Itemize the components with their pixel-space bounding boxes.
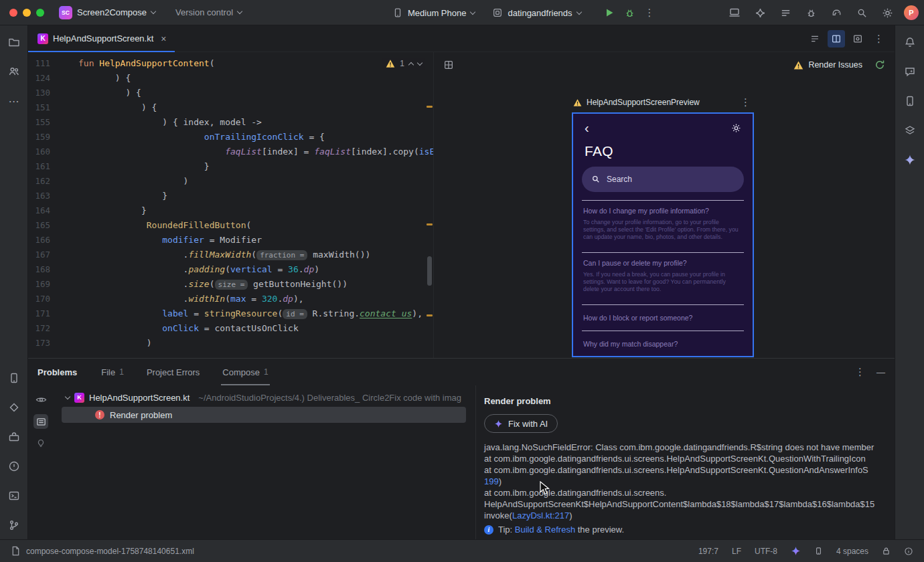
zoom-window-button[interactable] (36, 9, 44, 17)
project-tool-icon[interactable] (5, 33, 23, 51)
line-number[interactable]: 169 (28, 277, 50, 292)
show-details-icon[interactable] (33, 414, 48, 429)
project-widget[interactable]: SC Screen2Compose (59, 6, 155, 19)
problem-file-row[interactable]: K HelpAndSupportScreen.kt ~/AndroidStudi… (54, 389, 475, 405)
line-number[interactable]: 170 (28, 292, 50, 306)
more-actions-button[interactable]: ⋮ (645, 7, 656, 19)
line-number[interactable]: 130 (28, 86, 50, 100)
preview-layout-icon[interactable] (443, 60, 454, 70)
device-preview-frame[interactable]: ‹ FAQ Search How do I change (572, 112, 754, 357)
line-number[interactable]: 124 (28, 71, 50, 86)
dependencies-tool-icon[interactable] (5, 399, 23, 416)
editor-scrollbar[interactable] (427, 256, 432, 286)
notifications-bell-icon[interactable] (901, 33, 919, 51)
assistant-tool-icon[interactable] (901, 63, 919, 80)
panel-options-icon[interactable]: ⋮ (855, 366, 866, 378)
version-control-widget[interactable]: Version control (175, 7, 242, 17)
collaboration-tool-icon[interactable] (5, 63, 23, 80)
split-view-icon[interactable] (828, 30, 845, 48)
debug-button[interactable] (624, 7, 635, 19)
gemini-spark-icon[interactable] (901, 151, 919, 169)
logcat-icon[interactable] (777, 4, 794, 21)
close-tab-icon[interactable]: × (161, 33, 166, 44)
settings-gear-icon[interactable] (731, 123, 741, 133)
build-tool-icon[interactable] (5, 428, 23, 446)
ai-spark-icon[interactable] (791, 546, 801, 556)
file-encoding[interactable]: UTF-8 (755, 547, 777, 556)
terminal-tool-icon[interactable] (5, 487, 23, 504)
minimize-panel-icon[interactable]: — (876, 367, 885, 377)
line-number[interactable]: 171 (28, 306, 50, 321)
line-number[interactable]: 151 (28, 100, 50, 115)
caret-position[interactable]: 197:7 (698, 547, 718, 556)
editor-tab[interactable]: K HelpAndSupportScreen.kt × (28, 25, 175, 52)
problems-tool-icon[interactable] (5, 458, 23, 475)
run-button[interactable] (604, 7, 615, 18)
gradle-icon[interactable] (828, 4, 845, 21)
tab-compose[interactable]: Compose1 (222, 359, 268, 385)
code-area[interactable]: 111fun HelpAndSupportContent(124 ) {130 … (28, 52, 433, 351)
render-issues-button[interactable]: Render Issues (793, 60, 862, 70)
running-devices-icon[interactable] (726, 4, 743, 21)
line-number[interactable]: 111 (28, 56, 50, 71)
tab-file[interactable]: File1 (101, 359, 124, 385)
layers-tool-icon[interactable] (901, 122, 919, 139)
minimize-window-button[interactable] (23, 9, 31, 17)
line-number[interactable]: 161 (28, 159, 50, 174)
stack-link[interactable]: LazyDsl.kt:217 (512, 510, 569, 521)
inspections-widget[interactable]: 1 (382, 58, 425, 70)
preview-more-options-icon[interactable]: ⋮ (741, 96, 751, 108)
faq-item[interactable]: How do I change my profile information?T… (582, 201, 744, 253)
line-number[interactable]: 160 (28, 145, 50, 159)
problem-row-selected[interactable]: ! Render problem (62, 407, 466, 423)
code-editor[interactable]: 111fun HelpAndSupportContent(124 ) {130 … (28, 52, 434, 358)
tab-project-errors[interactable]: Project Errors (147, 359, 200, 385)
faq-item[interactable]: How do I block or report someone? (582, 305, 744, 331)
line-number[interactable]: 164 (28, 203, 50, 218)
search-everywhere-icon[interactable] (853, 4, 870, 21)
back-arrow-icon[interactable]: ‹ (585, 121, 589, 134)
status-file-name[interactable]: compose-compose-model-1758748140651.xml (26, 547, 194, 556)
line-number[interactable]: 163 (28, 189, 50, 203)
run-configuration-selector[interactable]: datingandfriends (492, 7, 581, 18)
running-devices-tool-icon[interactable] (5, 369, 23, 387)
line-ending[interactable]: LF (732, 547, 741, 556)
build-refresh-link[interactable]: Build & Refresh (515, 525, 575, 535)
indent-setting[interactable]: 4 spaces (836, 547, 868, 556)
device-icon[interactable] (814, 547, 823, 555)
line-number[interactable]: 166 (28, 233, 50, 248)
settings-gear-icon[interactable] (878, 4, 896, 21)
faq-item[interactable]: Can I pause or delete my profile?Yes. If… (582, 253, 744, 305)
design-view-icon[interactable] (849, 30, 866, 48)
device-explorer-icon[interactable] (901, 92, 919, 110)
git-tool-icon[interactable] (5, 517, 23, 534)
stack-link[interactable]: 199 (484, 476, 499, 486)
line-number[interactable]: 168 (28, 262, 50, 277)
close-window-button[interactable] (9, 9, 17, 17)
preview-title-row[interactable]: HelpAndSupportScreenPreview ⋮ (573, 96, 755, 108)
previous-issue-icon[interactable] (408, 62, 414, 67)
faq-item[interactable]: Why did my match disappear? (582, 331, 744, 357)
refresh-preview-icon[interactable] (874, 60, 885, 70)
user-avatar[interactable]: P (904, 5, 919, 20)
line-number[interactable]: 172 (28, 321, 50, 336)
app-inspection-icon[interactable] (802, 4, 820, 21)
gemini-icon[interactable] (751, 4, 769, 21)
line-number[interactable]: 162 (28, 174, 50, 189)
line-number[interactable]: 167 (28, 248, 50, 262)
line-number[interactable]: 173 (28, 336, 50, 351)
code-view-icon[interactable] (806, 30, 824, 48)
device-selector[interactable]: Medium Phone (392, 7, 475, 18)
line-number[interactable]: 165 (28, 218, 50, 233)
preview-issue-icon[interactable] (33, 392, 48, 407)
more-tool-windows-icon[interactable]: ⋯ (5, 92, 23, 110)
editor-more-options-icon[interactable]: ⋮ (870, 30, 888, 48)
next-issue-icon[interactable] (417, 60, 422, 65)
faq-search-field[interactable]: Search (582, 167, 744, 192)
notifications-status-icon[interactable] (904, 547, 913, 556)
fix-with-ai-button[interactable]: Fix with AI (484, 414, 558, 433)
line-number[interactable]: 159 (28, 130, 50, 145)
quick-fix-bulb-icon[interactable] (33, 436, 48, 451)
lock-icon[interactable] (882, 547, 891, 555)
line-number[interactable]: 155 (28, 115, 50, 130)
